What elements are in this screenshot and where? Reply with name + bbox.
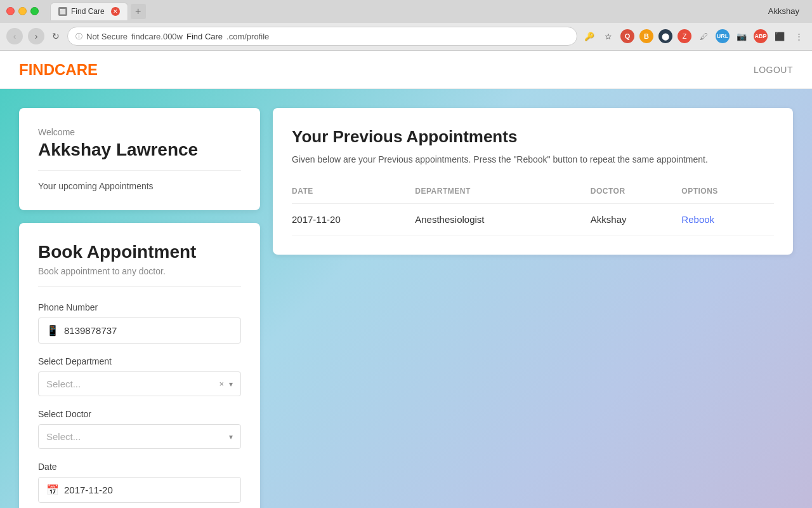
security-icon: ⓘ xyxy=(75,32,82,41)
search-icon[interactable]: Q xyxy=(620,29,634,43)
toolbar-icons: 🔑 ☆ Q B ⬤ Z 🖊 URL 📷 ABP ⬛ ⋮ xyxy=(582,29,806,43)
department-label: Select Department xyxy=(38,356,241,366)
table-header-row: DATE DEPARTMENT DOCTOR OPTIONS xyxy=(292,182,774,204)
cell-department: Anesthesiologist xyxy=(415,204,591,236)
traffic-lights xyxy=(6,7,39,15)
extension-icon-4[interactable]: 🖊 xyxy=(697,29,710,43)
select-clear-icon[interactable]: × xyxy=(219,379,224,389)
cell-options: Rebook xyxy=(681,204,774,236)
doctor-select[interactable]: Select... ▾ xyxy=(38,424,241,449)
appointments-description: Given below are your Previous appointmen… xyxy=(292,153,774,166)
logout-button[interactable]: LOGOUT xyxy=(754,65,793,75)
close-window-button[interactable] xyxy=(6,7,15,15)
tab-title: Find Care xyxy=(71,7,105,16)
browser-tab[interactable]: ⬜ Find Care ✕ xyxy=(50,3,128,20)
new-tab-button[interactable]: + xyxy=(131,4,146,19)
department-placeholder: Select... xyxy=(46,378,214,389)
refresh-button[interactable]: ↻ xyxy=(49,29,62,44)
department-group: Select Department Select... × ▾ xyxy=(38,356,241,396)
welcome-card: Welcome Akkshay Lawrence Your upcoming A… xyxy=(19,108,260,210)
phone-input[interactable] xyxy=(64,325,233,336)
tab-bar: ⬜ Find Care ✕ + xyxy=(50,3,763,20)
col-date: DATE xyxy=(292,182,415,204)
star-icon[interactable]: ☆ xyxy=(601,29,615,43)
col-doctor: DOCTOR xyxy=(591,182,682,204)
app-header: FINDCARE LOGOUT xyxy=(0,51,812,89)
welcome-label: Welcome xyxy=(38,127,241,137)
extension-icon-3[interactable]: Z xyxy=(678,29,691,43)
extension-icon-1[interactable]: B xyxy=(639,29,653,43)
col-options: OPTIONS xyxy=(681,182,774,204)
app-logo: FINDCARE xyxy=(19,61,98,79)
rebook-button[interactable]: Rebook xyxy=(681,214,714,225)
extension-icon-5[interactable]: URL xyxy=(716,29,730,43)
extension-icon-6[interactable]: 📷 xyxy=(735,29,749,43)
date-label: Date xyxy=(38,462,241,472)
cell-date: 2017-11-20 xyxy=(292,204,415,236)
browser-chrome: ⬜ Find Care ✕ + Akkshay ‹ › ↻ ⓘ Not Secu… xyxy=(0,0,812,51)
minimize-window-button[interactable] xyxy=(18,7,27,15)
appointments-title: Your Previous Appointments xyxy=(292,127,774,147)
chrome-user-name: Akkshay xyxy=(768,6,799,16)
phone-icon: 📱 xyxy=(46,324,59,337)
date-group: Date 📅 xyxy=(38,462,241,503)
upcoming-appointments-label: Your upcoming Appointments xyxy=(38,170,241,191)
extension-icon-7[interactable]: ABP xyxy=(754,29,768,43)
calendar-icon: 📅 xyxy=(46,484,59,496)
left-column: Welcome Akkshay Lawrence Your upcoming A… xyxy=(19,108,260,508)
doctor-placeholder: Select... xyxy=(46,431,224,442)
key-icon[interactable]: 🔑 xyxy=(582,29,596,43)
book-title: Book Appointment xyxy=(38,242,241,262)
back-button[interactable]: ‹ xyxy=(6,28,23,44)
col-department: DEPARTMENT xyxy=(415,182,591,204)
phone-label: Phone Number xyxy=(38,302,241,312)
phone-group: Phone Number 📱 xyxy=(38,302,241,344)
department-select[interactable]: Select... × ▾ xyxy=(38,371,241,396)
main-content: Welcome Akkshay Lawrence Your upcoming A… xyxy=(0,89,812,508)
date-input-wrapper: 📅 xyxy=(38,477,241,503)
url-highlight: Find Care xyxy=(187,32,223,41)
tab-favicon-icon: ⬜ xyxy=(58,7,67,16)
appointments-card: Your Previous Appointments Given below a… xyxy=(273,108,793,255)
phone-input-wrapper: 📱 xyxy=(38,318,241,344)
extension-icon-2[interactable]: ⬤ xyxy=(658,29,672,43)
user-full-name: Akkshay Lawrence xyxy=(38,140,241,160)
url-suffix: .com/profile xyxy=(226,32,269,41)
book-subtitle: Book appointment to any doctor. xyxy=(38,266,241,287)
chevron-down-icon-doctor: ▾ xyxy=(229,432,233,441)
security-label: Not Secure xyxy=(86,32,128,41)
title-bar: ⬜ Find Care ✕ + Akkshay xyxy=(0,0,812,23)
table-row: 2017-11-20 Anesthesiologist Akkshay Rebo… xyxy=(292,204,774,236)
extension-icon-8[interactable]: ⬛ xyxy=(773,29,787,43)
chevron-down-icon: ▾ xyxy=(229,380,233,389)
address-bar[interactable]: ⓘ Not Secure findcare.000w Find Care .co… xyxy=(67,27,577,46)
doctor-group: Select Doctor Select... ▾ xyxy=(38,409,241,449)
date-input[interactable] xyxy=(64,485,233,495)
forward-button[interactable]: › xyxy=(28,28,44,44)
address-bar-row: ‹ › ↻ ⓘ Not Secure findcare.000w Find Ca… xyxy=(0,23,812,50)
book-appointment-card: Book Appointment Book appointment to any… xyxy=(19,223,260,508)
cell-doctor: Akkshay xyxy=(591,204,682,236)
maximize-window-button[interactable] xyxy=(30,7,39,15)
menu-button[interactable]: ⋮ xyxy=(792,29,806,43)
doctor-label: Select Doctor xyxy=(38,409,241,419)
appointments-table: DATE DEPARTMENT DOCTOR OPTIONS 2017-11-2… xyxy=(292,182,774,236)
url-prefix: findcare.000w xyxy=(131,32,183,41)
tab-close-button[interactable]: ✕ xyxy=(111,7,120,16)
